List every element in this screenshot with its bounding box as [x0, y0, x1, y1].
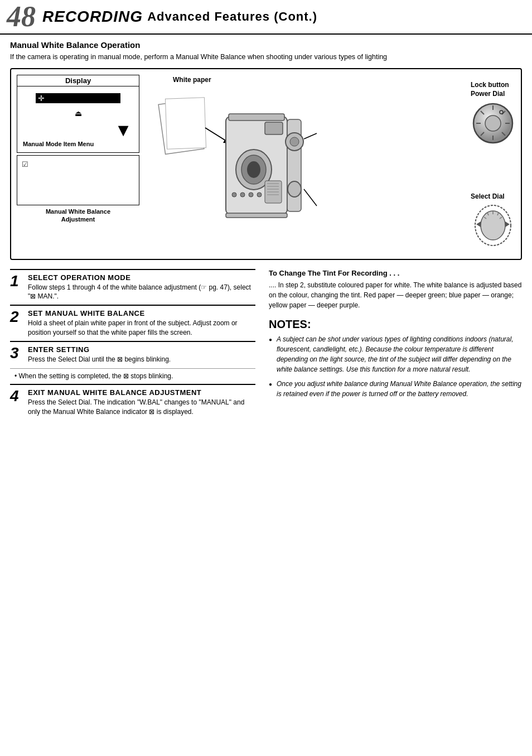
header-recording: RECORDING: [42, 8, 143, 26]
wb-adjustment-label: Manual White BalanceAdjustment: [17, 208, 139, 224]
select-dial-arrow: [304, 189, 317, 206]
camera-bottom: [226, 213, 287, 218]
display-arrow-row: ▼: [22, 121, 132, 139]
step-2-body: Hold a sheet of plain white paper in fro…: [28, 319, 255, 338]
camera-svg: [145, 86, 335, 264]
dial-left-arrow: [476, 221, 481, 227]
steps-right: To Change The Tint For Recording . . . .…: [269, 269, 522, 420]
power-dial-illustration: [471, 101, 515, 146]
step-2-heading: SET MANUAL WHITE BALANCE: [28, 309, 255, 317]
step-4-body: Press the Select Dial. The indication "W…: [28, 398, 255, 417]
white-paper-group: [158, 97, 206, 154]
svg-point-14: [481, 211, 505, 240]
dial-right-arrow: [505, 221, 510, 227]
step-1-heading: SELECT OPERATION MODE: [28, 273, 255, 282]
step-2-content: SET MANUAL WHITE BALANCE Hold a sheet of…: [28, 309, 255, 338]
step-2-block: 2 SET MANUAL WHITE BALANCE Hold a sheet …: [10, 305, 255, 341]
select-dial-illustration: [471, 203, 515, 248]
page-number: 48: [7, 2, 36, 31]
step-1-body: Follow steps 1 through 4 of the white ba…: [28, 283, 255, 302]
power-dial-label: Power Dial: [471, 89, 515, 99]
display-panel: Display ✛ ⏏ ▼ Manual Mode Item Menu ☑ Ma…: [17, 75, 139, 253]
power-dial-inner: [290, 137, 299, 146]
svg-point-3: [485, 115, 501, 131]
step-4-block: 4 EXIT MANUAL WHITE BALANCE ADJUSTMENT P…: [10, 384, 255, 420]
display-label: Display: [17, 75, 139, 86]
note-item-1: A subject can be shot under various type…: [269, 334, 522, 374]
step-3-block: 3 ENTER SETTING Press the Select Dial un…: [10, 341, 255, 368]
paper-arrow: [205, 128, 228, 142]
lock-button-label: Lock button: [471, 80, 515, 90]
step-3-body: Press the Select Dial until the ⊠ begins…: [28, 355, 255, 364]
camera-top: [229, 114, 284, 121]
section-title: Manual White Balance Operation: [10, 40, 522, 50]
svg-rect-1: [165, 97, 206, 148]
header-subtitle: Advanced Features (Cont.): [147, 9, 317, 24]
note-item-2: Once you adjust white balance during Man…: [269, 379, 522, 399]
step-4-heading: EXIT MANUAL WHITE BALANCE ADJUSTMENT: [28, 388, 255, 397]
arrow-down-icon: ▼: [114, 121, 132, 139]
step-1-number: 1: [10, 273, 28, 289]
steps-section: 1 SELECT OPERATION MODE Follow steps 1 t…: [10, 269, 522, 420]
crosshair-icon: ✛: [38, 94, 45, 103]
step-3-sub: • When the setting is completed, the ⊠ s…: [10, 368, 255, 384]
display-black-bar: ✛: [36, 93, 120, 103]
step-1-content: SELECT OPERATION MODE Follow steps 1 thr…: [28, 273, 255, 302]
ctrl-btn-4: [257, 192, 262, 197]
header-title: RECORDING Advanced Features (Cont.): [42, 2, 317, 31]
camera-lens-core: [247, 161, 260, 178]
select-dial-label: Select Dial: [471, 192, 515, 201]
viewfinder: [265, 122, 283, 134]
diagram-box: Display ✛ ⏏ ▼ Manual Mode Item Menu ☑ Ma…: [10, 68, 522, 260]
step-2-number: 2: [10, 309, 28, 325]
notes-list: A subject can be shot under various type…: [269, 334, 522, 399]
notes-heading: NOTES:: [269, 318, 522, 331]
step-3-number: 3: [10, 345, 28, 361]
display-screen-1: ✛ ⏏ ▼ Manual Mode Item Menu: [17, 86, 139, 153]
step-1-block: 1 SELECT OPERATION MODE Follow steps 1 t…: [10, 269, 255, 305]
wb-icon: ☑: [22, 160, 28, 168]
power-dial-arrow: [304, 133, 317, 139]
display-eject-symbol: ⏏: [22, 109, 134, 118]
ctrl-btn-3: [249, 192, 253, 197]
lock-power-group: Lock button Power Dial: [471, 80, 515, 146]
white-paper-label: White paper: [173, 76, 211, 84]
step-4-number: 4: [10, 388, 28, 404]
page-header: 48 RECORDING Advanced Features (Cont.): [0, 0, 532, 35]
page-content: Manual White Balance Operation If the ca…: [0, 35, 532, 426]
step-3-heading: ENTER SETTING: [28, 345, 255, 354]
step-4-content: EXIT MANUAL WHITE BALANCE ADJUSTMENT Pre…: [28, 388, 255, 417]
right-labels: Lock button Power Dial: [412, 75, 515, 253]
steps-left: 1 SELECT OPERATION MODE Follow steps 1 t…: [10, 269, 255, 420]
ctrl-btn-1: [232, 192, 236, 197]
section-intro: If the camera is operating in manual mod…: [10, 52, 522, 62]
select-dial-cam: [288, 181, 301, 197]
manual-mode-label: Manual Mode Item Menu: [22, 139, 134, 148]
ctrl-btn-2: [240, 192, 245, 197]
display-screen-2: ☑: [17, 155, 139, 205]
step-3-content: ENTER SETTING Press the Select Dial unti…: [28, 345, 255, 364]
change-tint-heading: To Change The Tint For Recording . . .: [269, 269, 522, 277]
select-dial-group: Select Dial: [471, 192, 515, 248]
change-tint-body: .... In step 2, substitute coloured pape…: [269, 280, 522, 310]
camera-illustration: White paper: [145, 75, 407, 253]
